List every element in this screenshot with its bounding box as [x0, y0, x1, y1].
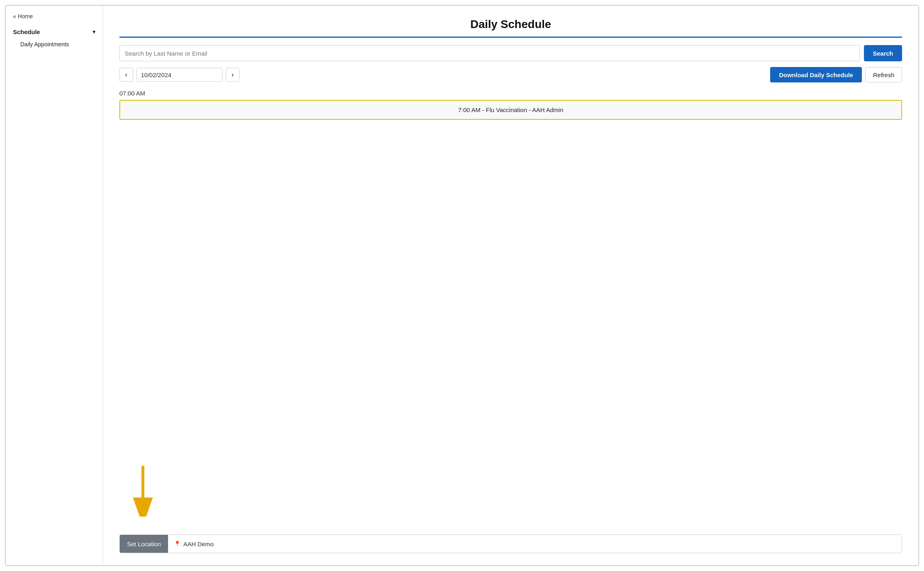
- main-content: Daily Schedule Search ‹ › Download Daily…: [103, 6, 918, 565]
- date-row: ‹ › Download Daily Schedule Refresh: [119, 67, 902, 82]
- download-schedule-button[interactable]: Download Daily Schedule: [770, 67, 862, 82]
- sidebar-section-schedule[interactable]: Schedule ▾: [6, 25, 103, 39]
- location-name: AAH Demo: [183, 541, 214, 547]
- set-location-button[interactable]: Set Location: [120, 535, 168, 553]
- prev-date-button[interactable]: ‹: [119, 68, 133, 82]
- sidebar-schedule-label: Schedule: [13, 28, 40, 35]
- main-layout: « Home Schedule ▾ Daily Appointments Dai…: [6, 6, 918, 565]
- search-row: Search: [119, 45, 902, 61]
- arrow-annotation: [131, 464, 155, 517]
- chevron-down-icon: ▾: [93, 29, 95, 35]
- sidebar: « Home Schedule ▾ Daily Appointments: [6, 6, 103, 565]
- date-input[interactable]: [136, 68, 222, 82]
- time-label: 07:00 AM: [119, 90, 902, 97]
- location-display: 📍 AAH Demo: [168, 535, 902, 553]
- search-input[interactable]: [119, 45, 860, 61]
- blue-divider: [119, 37, 902, 38]
- page-title: Daily Schedule: [119, 18, 902, 31]
- app-frame: « Home Schedule ▾ Daily Appointments Dai…: [5, 5, 919, 566]
- location-pin-icon: 📍: [174, 541, 181, 547]
- refresh-button[interactable]: Refresh: [865, 67, 902, 82]
- search-button[interactable]: Search: [864, 45, 902, 61]
- appointment-item[interactable]: 7:00 AM - Flu Vaccination - AAH Admin: [119, 100, 902, 120]
- bottom-area: Set Location 📍 AAH Demo: [119, 120, 902, 553]
- sidebar-item-daily-appointments[interactable]: Daily Appointments: [6, 39, 103, 50]
- location-row: Set Location 📍 AAH Demo: [119, 534, 902, 553]
- home-link[interactable]: « Home: [6, 13, 103, 25]
- next-date-button[interactable]: ›: [226, 68, 240, 82]
